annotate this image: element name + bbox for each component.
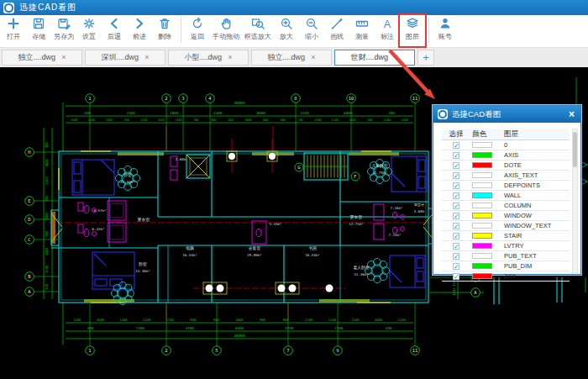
layer-checkbox[interactable]: ✓ bbox=[453, 223, 459, 229]
tab-close-icon[interactable]: × bbox=[61, 54, 66, 61]
tab-4[interactable]: 世财....dwg× bbox=[334, 50, 415, 66]
layer-row-STAIR: ✓STAIR bbox=[442, 231, 570, 241]
open-button[interactable]: 打开 bbox=[1, 15, 26, 46]
save-button[interactable]: 存储 bbox=[26, 15, 51, 46]
back-button[interactable]: 后退 bbox=[102, 15, 127, 46]
return-button[interactable]: 返回 bbox=[185, 15, 210, 46]
layer-color-swatch[interactable] bbox=[472, 162, 492, 168]
layer-color-swatch[interactable] bbox=[472, 182, 492, 188]
back-arrow-icon bbox=[108, 17, 121, 30]
layers-button[interactable]: 图层 bbox=[400, 15, 425, 46]
layer-name[interactable]: DEFPOINTS bbox=[504, 182, 570, 189]
layer-row-AXIS: ✓AXIS bbox=[442, 150, 570, 161]
settings-gear-icon bbox=[82, 17, 96, 30]
layer-name[interactable]: WALL bbox=[504, 192, 570, 199]
zoom-window-button[interactable]: 框选放大 bbox=[242, 15, 274, 46]
close-icon[interactable]: × bbox=[569, 109, 575, 119]
zoom-in-icon bbox=[280, 17, 293, 30]
layer-color-swatch[interactable] bbox=[472, 273, 492, 279]
toolbar-separator bbox=[181, 18, 181, 43]
layer-checkbox[interactable]: ✓ bbox=[453, 203, 459, 209]
layer-checkbox[interactable]: ✓ bbox=[453, 243, 459, 250]
new-tab-button[interactable]: + bbox=[417, 50, 434, 66]
tool-label: 图层 bbox=[406, 32, 419, 41]
annotate-button[interactable]: A标注 bbox=[375, 15, 400, 46]
layer-name[interactable]: WINDOW bbox=[504, 212, 570, 219]
layer-name[interactable]: 0 bbox=[504, 141, 570, 149]
window-title: 迅捷CAD看图 bbox=[19, 2, 76, 13]
layer-color-swatch[interactable] bbox=[472, 263, 492, 269]
layer-checkbox[interactable]: ✓ bbox=[453, 182, 459, 189]
account-button[interactable]: 账号 bbox=[433, 15, 458, 46]
layer-name[interactable]: AXIS_TEXT bbox=[504, 171, 570, 179]
layer-name[interactable]: LVTRY bbox=[504, 242, 570, 250]
tool-label: 测量 bbox=[355, 32, 369, 41]
save-as-button[interactable]: 另存为 bbox=[51, 15, 76, 46]
layer-name[interactable]: ZXX bbox=[504, 272, 570, 280]
layer-color-swatch[interactable] bbox=[472, 253, 492, 259]
layer-name[interactable]: WINDOW_TEXT bbox=[504, 222, 570, 229]
layer-row-DEFPOINTS: ✓DEFPOINTS bbox=[442, 181, 570, 191]
settings-button[interactable]: 设置 bbox=[76, 15, 102, 46]
tab-3[interactable]: 独立....dwg× bbox=[251, 50, 332, 66]
scrollbar-thumb[interactable] bbox=[573, 132, 577, 167]
layer-checkbox[interactable]: ✓ bbox=[453, 263, 459, 270]
measure-button[interactable]: 测量 bbox=[349, 15, 375, 46]
zoom-window-icon bbox=[251, 17, 265, 30]
tab-close-icon[interactable]: × bbox=[228, 54, 232, 61]
layer-color-swatch[interactable] bbox=[472, 142, 492, 148]
return-icon bbox=[191, 17, 204, 30]
tool-label: 画线 bbox=[330, 32, 344, 41]
draw-line-button[interactable]: 画线 bbox=[324, 15, 349, 46]
layer-color-swatch[interactable] bbox=[472, 243, 492, 249]
layer-name[interactable]: AXIS bbox=[504, 151, 570, 159]
layer-name[interactable]: STAIR bbox=[504, 232, 570, 240]
zoom-out-button[interactable]: 缩小 bbox=[299, 15, 324, 46]
tab-2[interactable]: 小型....dwg× bbox=[168, 50, 249, 66]
layer-table-scrollbar[interactable] bbox=[572, 129, 578, 273]
layer-dialog-body: 选择颜色图层✓0✓AXIS✓DOTE✓AXIS_TEXT✓DEFPOINTS✓W… bbox=[433, 123, 580, 282]
tab-close-icon[interactable]: × bbox=[144, 54, 149, 61]
layer-color-swatch[interactable] bbox=[472, 172, 492, 178]
main-toolbar: 打开存储另存为设置后退前进删除返回手动拖动框选放大放大缩小画线测量A标注图层账号 bbox=[0, 15, 588, 48]
tab-1[interactable]: 深圳....dwg× bbox=[85, 50, 165, 66]
layer-checkbox[interactable]: ✓ bbox=[453, 172, 459, 179]
measure-icon bbox=[355, 17, 369, 30]
layer-name[interactable]: PUB_TEXT bbox=[504, 252, 570, 260]
layer-checkbox[interactable]: ✓ bbox=[453, 192, 459, 199]
layer-color-swatch[interactable] bbox=[472, 192, 492, 198]
layer-row-WINDOW_TEXT: ✓WINDOW_TEXT bbox=[442, 221, 570, 231]
layer-checkbox[interactable]: ✓ bbox=[453, 273, 459, 280]
layer-name[interactable]: PUB_DIM bbox=[504, 262, 570, 270]
trash-icon bbox=[158, 17, 171, 30]
layer-checkbox[interactable]: ✓ bbox=[453, 213, 459, 219]
layer-row-PUB_TEXT: ✓PUB_TEXT bbox=[442, 251, 570, 261]
draw-line-icon bbox=[330, 17, 344, 30]
layer-dialog-titlebar[interactable]: 迅捷CAD看图 × bbox=[433, 106, 580, 123]
layer-checkbox[interactable]: ✓ bbox=[453, 233, 459, 240]
layer-color-swatch[interactable] bbox=[472, 233, 492, 239]
tab-0[interactable]: 独立....dwg× bbox=[2, 50, 82, 66]
tool-label: 前进 bbox=[133, 32, 146, 41]
layer-name[interactable]: DOTE bbox=[504, 161, 570, 169]
svg-text:A: A bbox=[384, 18, 391, 30]
delete-button[interactable]: 删除 bbox=[152, 15, 177, 46]
layer-checkbox[interactable]: ✓ bbox=[453, 162, 459, 169]
layer-table-header: 选择颜色图层 bbox=[442, 129, 570, 140]
save-as-icon bbox=[57, 17, 71, 30]
layer-color-swatch[interactable] bbox=[472, 223, 492, 229]
layer-color-swatch[interactable] bbox=[472, 213, 492, 218]
tool-label: 手动拖动 bbox=[213, 32, 239, 41]
zoom-in-button[interactable]: 放大 bbox=[274, 15, 299, 46]
forward-button[interactable]: 前进 bbox=[127, 15, 152, 46]
tool-label: 另存为 bbox=[54, 32, 74, 41]
pan-button[interactable]: 手动拖动 bbox=[210, 15, 242, 46]
layer-color-swatch[interactable] bbox=[472, 152, 492, 158]
layer-checkbox[interactable]: ✓ bbox=[453, 152, 459, 159]
layer-checkbox[interactable]: ✓ bbox=[453, 142, 459, 149]
tab-close-icon[interactable]: × bbox=[311, 54, 315, 61]
layer-checkbox[interactable]: ✓ bbox=[453, 253, 459, 260]
layer-name[interactable]: COLUMN bbox=[504, 202, 570, 209]
tab-close-icon[interactable]: × bbox=[394, 54, 398, 61]
layer-color-swatch[interactable] bbox=[472, 203, 492, 208]
